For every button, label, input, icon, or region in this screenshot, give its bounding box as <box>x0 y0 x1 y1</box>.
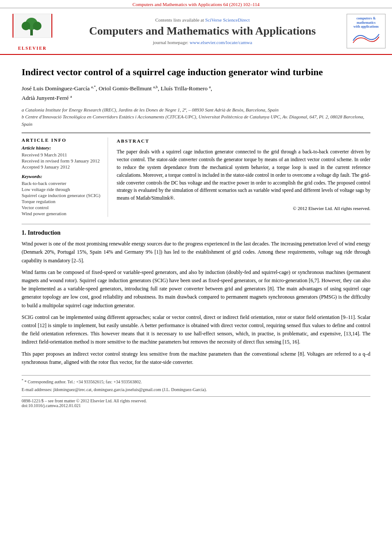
authors-line: José Luis Domínguez-García a,*, Oriol Go… <box>22 84 370 103</box>
logo-wave-svg <box>351 30 381 45</box>
journal-title: Computers and Mathematics with Applicati… <box>89 24 316 38</box>
elsevier-label: ELSEVIER <box>18 46 47 51</box>
main-content: Indirect vector control of a squirrel ca… <box>0 55 392 415</box>
introduction-heading: 1. Introduction <box>22 229 370 236</box>
intro-paragraph-2: Wind farms can be composed of fixed-spee… <box>22 268 370 310</box>
keyword-1: Back-to-back converter <box>22 181 102 186</box>
affiliation-b: b Centre d'Innovació Tecnològica en Conv… <box>22 113 370 127</box>
info-abstract-section: ARTICLE INFO Article history: Received 9… <box>22 133 370 217</box>
keyword-5: Vector control <box>22 205 102 210</box>
received-revised-date: Received in revised form 9 January 2012 <box>22 158 102 163</box>
issn-text: 0898-1221/$ – see front matter © 2012 El… <box>22 398 370 403</box>
abstract-text: The paper deals with a squirrel cage ind… <box>117 148 370 202</box>
keyword-3: Squirrel cage induction generator (SCIG) <box>22 193 102 198</box>
intro-paragraph-4: This paper proposes an indirect vector c… <box>22 350 370 366</box>
journal-center-info: Contents lists available at SciVerse Sci… <box>65 12 340 51</box>
elsevier-logo-area: ELSEVIER <box>4 12 61 51</box>
journal-header: ELSEVIER Contents lists available at Sci… <box>0 8 392 55</box>
intro-title: Introduction <box>28 229 61 236</box>
elsevier-logo-svg <box>9 12 56 44</box>
svg-rect-1 <box>30 29 33 35</box>
keyword-4: Torque regulation <box>22 199 102 204</box>
copyright-text: © 2012 Elsevier Ltd. All rights reserved… <box>117 205 370 212</box>
svg-point-4 <box>33 22 41 30</box>
intro-paragraph-3: SCIG control can be implemented using di… <box>22 313 370 347</box>
abstract-col: ABSTRACT The paper deals with a squirrel… <box>117 137 370 217</box>
article-info-label: ARTICLE INFO <box>22 137 102 143</box>
keyword-2: Low voltage ride through <box>22 187 102 192</box>
logo-title-text: computers &mathematicswith applications <box>354 16 379 29</box>
journal-homepage: journal homepage: www.elsevier.com/locat… <box>153 40 252 45</box>
svg-point-3 <box>22 22 30 30</box>
keywords-section: Keywords: Back-to-back converter Low vol… <box>22 174 102 216</box>
footnote-email: E-mail addresses: jldominguez@irec.cat, … <box>22 387 370 393</box>
journal-logo-box: computers &mathematicswith applications <box>347 14 386 48</box>
keyword-6: Wind power generation <box>22 211 102 216</box>
abstract-label: ABSTRACT <box>117 137 370 145</box>
affiliations: a Catalonia Institute for Energy Researc… <box>22 106 370 128</box>
citation-text: Computers and Mathematics with Applicati… <box>133 2 260 7</box>
contents-label: Contents lists available at <box>155 17 204 22</box>
footnote-star: * <box>22 379 23 382</box>
article-title: Indirect vector control of a squirrel ca… <box>22 66 370 79</box>
history-label: Article history: <box>22 145 102 150</box>
accepted-date: Accepted 9 January 2012 <box>22 164 102 169</box>
intro-number: 1. <box>22 229 28 236</box>
sciverse-link[interactable]: SciVerse ScienceDirect <box>205 17 250 22</box>
authors-text: José Luis Domínguez-García a,*, Oriol Go… <box>22 85 212 101</box>
footnote-corresponding-text: * Corresponding author. Tel.: +34 933562… <box>25 379 142 384</box>
footnotes-section: * * Corresponding author. Tel.: +34 9335… <box>22 375 370 393</box>
sciverse-info: Contents lists available at SciVerse Sci… <box>155 17 249 22</box>
intro-paragraph-1: Wind power is one of the most promising … <box>22 240 370 265</box>
footnote-corresponding: * * Corresponding author. Tel.: +34 9335… <box>22 378 370 385</box>
homepage-label: journal homepage: <box>153 40 188 45</box>
affiliation-a: a Catalonia Institute for Energy Researc… <box>22 106 370 114</box>
section-divider-1 <box>22 224 370 224</box>
doi-text: doi:10.1016/j.camwa.2012.01.021 <box>22 403 370 408</box>
keywords-label: Keywords: <box>22 174 102 179</box>
article-info-col: ARTICLE INFO Article history: Received 9… <box>22 137 108 217</box>
bottom-bar: 0898-1221/$ – see front matter © 2012 El… <box>22 396 370 408</box>
received-date: Received 9 March 2011 <box>22 152 102 157</box>
top-citation-bar: Computers and Mathematics with Applicati… <box>0 0 392 8</box>
journal-logo-right: computers &mathematicswith applications <box>344 12 388 51</box>
homepage-link[interactable]: www.elsevier.com/locate/camwa <box>190 40 252 45</box>
